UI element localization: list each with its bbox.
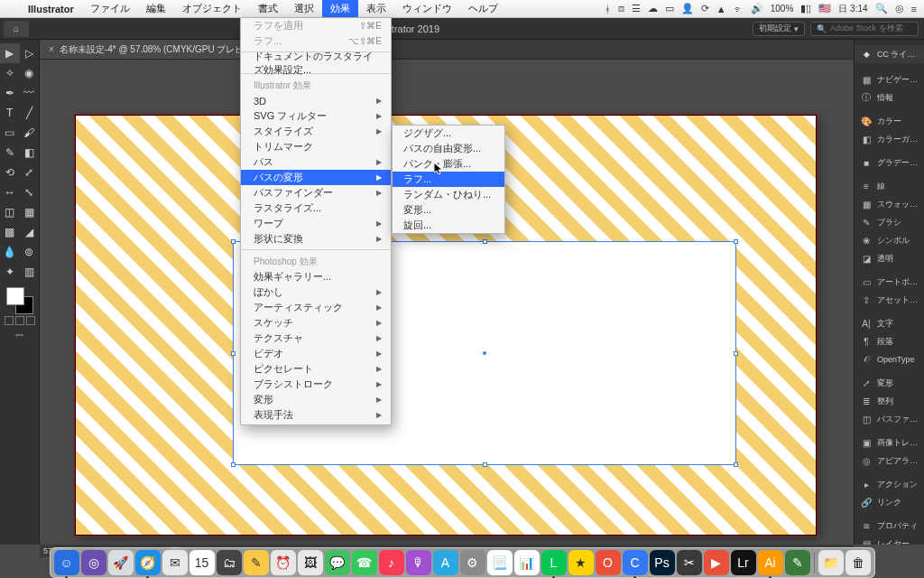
perspective-tool[interactable]: ▦ [20, 202, 40, 222]
line-tool[interactable]: ╱ [20, 103, 40, 123]
menu-item[interactable]: ブラシストローク [241, 377, 391, 392]
menu-表示[interactable]: 表示 [358, 0, 394, 17]
panel-線[interactable]: ≡線 [855, 177, 924, 195]
shape-builder-tool[interactable]: ◫ [0, 202, 20, 222]
handle-mr[interactable] [734, 351, 738, 356]
menu-ウィンドウ[interactable]: ウィンドウ [394, 0, 460, 17]
menu-item[interactable]: 形状に変換 [241, 231, 391, 247]
panel-透明[interactable]: ◪透明 [855, 249, 924, 267]
panel-シンボル[interactable]: ❀シンボル [855, 231, 924, 249]
menu-item[interactable]: スケッチ [241, 315, 391, 331]
cloud-icon[interactable]: ☁︎ [648, 3, 658, 14]
rectangle-tool[interactable]: ▭ [0, 123, 20, 143]
dock-editor[interactable]: ✎ [785, 550, 810, 575]
dock-settings[interactable]: ⚙︎ [460, 550, 485, 575]
submenu-item[interactable]: ランダム・ひねり... [393, 187, 504, 202]
menu-item[interactable]: 変形 [241, 392, 391, 407]
graph-tool[interactable]: ▥ [20, 262, 40, 282]
dock-illustrator[interactable]: Ai [758, 550, 783, 575]
dock-photoshop[interactable]: Ps [650, 550, 675, 575]
handle-tr[interactable] [734, 239, 738, 244]
panel-文字[interactable]: A|文字 [855, 314, 924, 332]
battery-icon[interactable]: ▮▯ [800, 3, 811, 14]
wifi-icon[interactable]: ᯤ [734, 4, 744, 14]
menu-item[interactable]: ぼかし [241, 284, 391, 300]
panel-レイヤー[interactable]: ▤レイヤー [855, 535, 924, 545]
dock-calendar[interactable]: 15 [189, 550, 215, 575]
dock-kakao[interactable]: ★ [568, 550, 594, 575]
dock-excel[interactable]: 📊 [514, 550, 540, 575]
dock-line[interactable]: L [541, 550, 567, 575]
panel-グラデー…[interactable]: ■グラデー… [855, 154, 924, 172]
fill-stroke-swatch[interactable] [6, 287, 33, 314]
menu-item[interactable]: 3D [241, 93, 391, 108]
eraser-tool[interactable]: ◧ [20, 143, 40, 163]
sync-icon[interactable]: ⟳ [701, 3, 709, 14]
panel-ナビゲー…[interactable]: ▦ナビゲー… [855, 70, 924, 89]
dock-safari[interactable]: 🧭 [135, 550, 161, 575]
menu-item[interactable]: ピクセレート [241, 361, 391, 377]
handle-tc[interactable] [483, 239, 487, 244]
display-icon[interactable]: ▭ [665, 3, 674, 14]
panel-アートボ…[interactable]: ▭アートボ… [855, 273, 924, 291]
dock-siri[interactable]: ◎ [81, 550, 106, 575]
menu-item[interactable]: トリムマーク [241, 139, 391, 154]
close-tab-icon[interactable]: × [49, 44, 54, 54]
dock-lightroom[interactable]: Lr [731, 550, 756, 575]
panel-アピアラ…[interactable]: ◎アピアラ… [855, 452, 924, 470]
dock-scissors[interactable]: ✂︎ [677, 550, 702, 575]
menu-ファイル[interactable]: ファイル [82, 0, 138, 17]
dock-launchpad[interactable]: 🚀 [108, 550, 134, 575]
dock-appstore[interactable]: A [433, 550, 458, 575]
menu-item[interactable]: ビデオ [241, 346, 391, 361]
panel-変形[interactable]: ⤢変形 [855, 374, 924, 392]
dock-opera[interactable]: O [596, 550, 621, 575]
menu-item[interactable]: ワープ [241, 216, 391, 231]
dock-notes[interactable]: ✎ [244, 550, 269, 575]
dock-facetime[interactable]: ☎︎ [352, 550, 377, 575]
submenu-item[interactable]: パスの自由変形... [393, 141, 504, 156]
panel-画像トレ…[interactable]: ▣画像トレ… [855, 434, 924, 452]
menu-item[interactable]: パスファインダー [241, 185, 391, 200]
menu-ヘルプ[interactable]: ヘルプ [460, 0, 506, 17]
lasso-tool[interactable]: ◉ [20, 63, 40, 83]
menu-raster-settings[interactable]: ドキュメントのラスタライズ効果設定... [241, 55, 391, 70]
dock-music[interactable]: ♪ [379, 550, 404, 575]
stock-search[interactable]: 🔍Adobe Stock を検索 [810, 22, 919, 36]
submenu-item[interactable]: 変形... [393, 202, 504, 218]
menu-item[interactable]: テクスチャ [241, 331, 391, 346]
dock-finder[interactable]: ☺ [54, 550, 79, 575]
menu-item[interactable]: アーティスティック [241, 300, 391, 315]
vpn-icon[interactable]: ☰ [632, 3, 641, 14]
submenu-item[interactable]: ジグザグ... [393, 126, 504, 141]
width-tool[interactable]: ↔︎ [0, 182, 20, 202]
dock-contacts[interactable]: 🗂 [217, 550, 242, 575]
panel-リンク[interactable]: 🔗リンク [855, 493, 924, 511]
shaper-tool[interactable]: ✎ [0, 143, 20, 163]
type-tool[interactable]: T [0, 103, 20, 123]
dock-chrome[interactable]: C [623, 550, 648, 575]
menu-書式[interactable]: 書式 [250, 0, 286, 17]
dock-podcasts[interactable]: 🎙 [406, 550, 431, 575]
direct-selection-tool[interactable]: ▷ [20, 43, 40, 63]
panel-カラーガ…[interactable]: ◧カラーガ… [855, 130, 924, 148]
handle-bc[interactable] [483, 462, 487, 467]
control-center-icon[interactable]: ◎ [895, 3, 904, 14]
mesh-tool[interactable]: ▩ [0, 222, 20, 242]
curvature-tool[interactable]: 〰 [20, 83, 40, 103]
app-name[interactable]: Illustrator [20, 4, 82, 14]
panel-プロパティ[interactable]: ≋プロパティ [855, 517, 924, 535]
bluetooth-icon[interactable]: ᚼ [605, 4, 611, 14]
draw-mode-icons[interactable] [0, 316, 39, 325]
dock-word[interactable]: 📃 [487, 550, 513, 575]
menu-選択[interactable]: 選択 [286, 0, 322, 17]
blend-tool[interactable]: ⊚ [20, 242, 40, 262]
handle-bl[interactable] [231, 462, 236, 467]
home-button[interactable]: ⌂ [4, 21, 29, 37]
submenu-item[interactable]: ラフ... [393, 172, 504, 187]
airplay-icon[interactable]: ▲ [716, 4, 726, 14]
menu-item[interactable]: 効果ギャラリー... [241, 269, 391, 284]
menu-効果[interactable]: 効果 [322, 0, 358, 17]
workspace-dropdown[interactable]: 初期設定 ▾ [753, 22, 805, 36]
panel-OpenType[interactable]: 𝒪OpenType [855, 350, 924, 368]
